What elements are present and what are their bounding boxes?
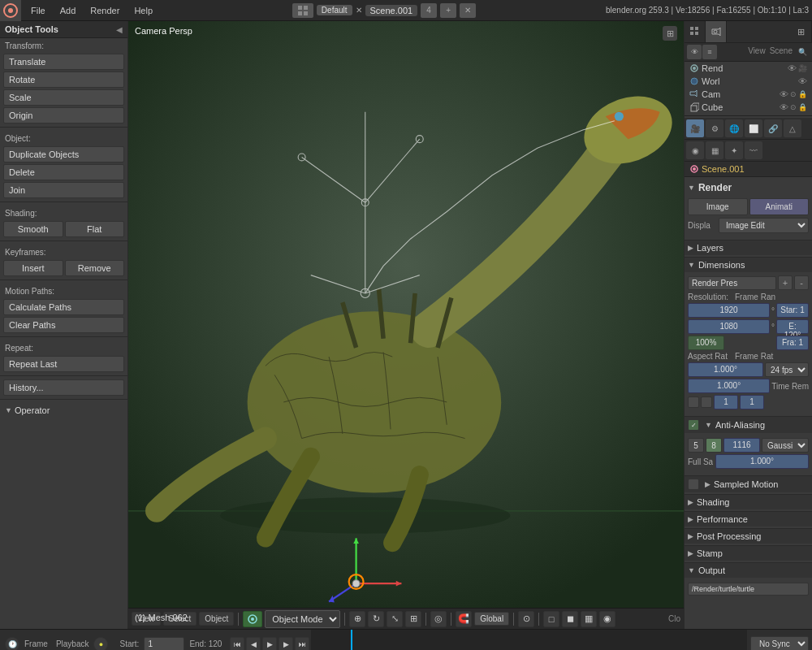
calculate-paths-btn[interactable]: Calculate Paths [3,299,124,315]
scale-icon[interactable]: ⤡ [387,611,403,627]
object-icon[interactable] [243,611,262,627]
layers-header[interactable]: ▶ Layers [685,240,812,255]
repeat-last-btn[interactable]: Repeat Last [3,356,124,372]
wireframe-btn[interactable]: □ [543,611,559,627]
aa-value[interactable]: 1116 [723,438,760,453]
aa-header[interactable]: ✓ ▼ Anti-Aliasing [685,416,812,433]
add-screen[interactable]: + [440,3,456,18]
aspect-y[interactable]: 1.000° [688,379,770,393]
worl-eye[interactable]: 👁 [798,76,807,86]
rs-expand-icon[interactable]: ⊞ [791,21,812,42]
rs-search[interactable]: 🔍 [795,45,810,59]
animation-render-btn[interactable]: Animati [749,198,810,215]
performance-header[interactable]: ▶ Performance [685,511,812,526]
res-percent-field[interactable]: 100% [688,336,724,350]
shading-header-rs[interactable]: ▶ Shading [685,494,812,509]
screen-layout[interactable] [292,3,313,18]
translate-btn[interactable]: Translate [3,54,124,70]
dimensions-header[interactable]: ▼ Dimensions [685,257,812,272]
res-x-field[interactable]: 1920 [688,303,770,318]
history-btn[interactable]: History... [3,379,124,396]
time-val2[interactable]: 1 [740,395,764,410]
display-select[interactable]: Image Edit [719,218,809,233]
frame-end-field[interactable]: E: 120° [776,319,809,334]
frame-current-field[interactable]: Fra: 1 [776,336,809,350]
tl-skip-end[interactable]: ⏭ [295,637,309,651]
prop-world-icon[interactable]: 🌐 [725,119,743,137]
rend-render-eye[interactable]: 🎥 [798,64,807,72]
texture-btn[interactable]: ▦ [581,611,597,627]
join-btn[interactable]: Join [3,182,124,198]
menu-add[interactable]: Add [54,4,83,17]
tl-play[interactable]: ▶ [262,637,277,651]
output-header[interactable]: ▼ Output [685,562,812,578]
solid-btn[interactable]: ◼ [562,611,578,627]
image-render-btn[interactable]: Image [688,198,748,215]
transform-mode[interactable]: ⊞ [405,611,421,627]
cube-render-eye[interactable]: ⊙ [790,103,797,111]
screen-name[interactable]: Default [317,5,352,15]
insert-keyframe-btn[interactable]: Insert [3,260,63,276]
record-btn[interactable]: ● [93,637,108,651]
prop-constraints-icon[interactable]: 🔗 [764,119,782,137]
post-processing-header[interactable]: ▶ Post Processing [685,528,812,544]
prop-materials-icon[interactable]: ◉ [686,141,704,159]
stamp-header[interactable]: ▶ Stamp [685,545,812,561]
aa-checkbox[interactable]: ✓ [688,419,699,431]
prop-particles-icon[interactable]: ✦ [725,141,743,159]
rendered-btn[interactable]: ◉ [599,611,615,627]
sampled-motion-header[interactable]: ▶ Sampled Motion [685,475,812,492]
rotate-icon[interactable]: ↻ [368,611,384,627]
operator-section[interactable]: ▼ Operator [0,403,127,418]
fps-select[interactable]: 24 fps [765,362,809,377]
rs-view-btn[interactable]: 👁 [687,45,702,59]
sm-checkbox[interactable] [688,479,699,490]
tl-next-frame[interactable]: ▶ [279,637,293,651]
close-screen[interactable]: ✕ [460,3,476,18]
object-menu[interactable]: Object [199,612,234,626]
outliner-item-worl[interactable]: Worl 👁 [685,75,812,88]
time-check2[interactable] [701,396,712,408]
menu-render[interactable]: Render [84,4,126,17]
tl-track[interactable]: -40 -20 0 20 40 60 80 100 120 140 160 18… [311,630,747,651]
prop-render-icon[interactable]: 🎥 [686,119,704,137]
origin-btn[interactable]: Origin [3,107,124,124]
frame-start-field[interactable]: Star: 1 [776,303,809,318]
time-check1[interactable] [688,396,699,408]
outliner-item-cam[interactable]: Cam 👁 ⊙ 🔒 [685,88,812,101]
tl-skip-start[interactable]: ⏮ [230,637,244,651]
rend-eye[interactable]: 👁 [788,63,797,73]
global-select[interactable]: Global [474,612,509,626]
no-sync-select[interactable]: No Sync [750,636,809,650]
start-field[interactable] [144,637,184,651]
duplicate-objects-btn[interactable]: Duplicate Objects [3,146,124,162]
rs-menu-btn[interactable]: ≡ [702,45,717,59]
aa-num-5[interactable]: 5 [688,438,704,453]
snap-icon[interactable]: 🧲 [456,611,472,627]
aspect-x[interactable]: 1.000° [688,362,763,377]
prop-data-icon[interactable]: △ [784,119,801,137]
viewport-maximize[interactable]: ⊞ [663,26,677,41]
rs-camera-icon[interactable] [706,21,727,42]
render-preset[interactable]: Render Pres [688,276,776,290]
prop-scene-icon[interactable]: ⚙ [706,119,723,137]
output-path[interactable]: /Render/turtle/turtle [688,583,809,596]
prop-physics-icon[interactable]: 〰 [745,141,762,159]
proportional-edit[interactable]: ⊙ [518,611,534,627]
clear-paths-btn[interactable]: Clear Paths [3,317,124,333]
cam-lock[interactable]: 🔒 [798,90,807,98]
prop-textures-icon[interactable]: ▦ [706,141,723,159]
mode-select[interactable]: Object Mode [265,610,340,628]
res-y-field[interactable]: 1080 [688,319,770,334]
outliner-item-cube[interactable]: Cube 👁 ⊙ 🔒 [685,101,812,114]
menu-help[interactable]: Help [127,4,159,17]
cube-eye[interactable]: 👁 [780,102,788,112]
menu-file[interactable]: File [24,4,52,17]
rotate-btn[interactable]: Rotate [3,72,124,88]
aa-full-val[interactable]: 1.000° [715,454,809,469]
tl-prev-frame[interactable]: ◀ [246,637,261,651]
transform-icon[interactable]: ⊕ [349,611,365,627]
frame-indicator[interactable]: 🕐 [5,637,19,651]
viewport[interactable]: Camera Persp ⊞ [128,21,684,629]
rs-view-icon[interactable] [685,21,706,42]
